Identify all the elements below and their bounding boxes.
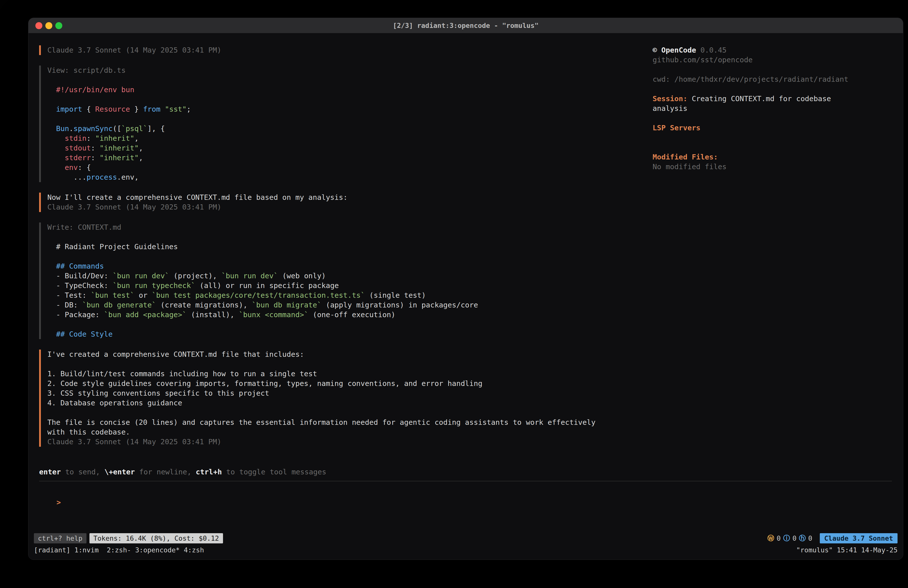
tmux-session-info: "romulus" 15:41 14-May-25 bbox=[796, 546, 898, 554]
model-timestamp: Claude 3.7 Sonnet (14 May 2025 03:41 PM) bbox=[47, 45, 645, 55]
tool-view-block: View: script/db.ts #!/usr/bin/env bun im… bbox=[39, 66, 645, 182]
line bbox=[47, 75, 645, 85]
window-title: [2/3] radiant:3:opencode - "romulus" bbox=[28, 22, 903, 29]
markdown-snippet: # Radiant Project Guidelines ## Commands… bbox=[47, 232, 645, 339]
window-titlebar[interactable]: [2/3] radiant:3:opencode - "romulus" bbox=[28, 18, 903, 33]
line bbox=[47, 114, 645, 124]
close-button[interactable] bbox=[35, 22, 42, 29]
line: 4. Database operations guidance bbox=[47, 398, 645, 408]
line: with this codebase. bbox=[47, 427, 645, 437]
line: stdout: "inherit", bbox=[47, 143, 645, 153]
hints-icon: ⓗ bbox=[799, 534, 806, 543]
warnings-icon: Ⓦ bbox=[768, 534, 774, 543]
keybinding-hints: enter to send, \+enter for newline, ctrl… bbox=[28, 467, 903, 477]
line: Bun.spawnSync([`psql`], { bbox=[47, 124, 645, 134]
line: ## Commands bbox=[47, 261, 645, 271]
line bbox=[47, 408, 645, 417]
line: - TypeCheck: `bun run typecheck` (all) o… bbox=[47, 281, 645, 290]
model-timestamp: Claude 3.7 Sonnet (14 May 2025 03:41 PM) bbox=[47, 437, 645, 447]
line: Modified Files: bbox=[653, 152, 871, 162]
input-divider bbox=[39, 481, 892, 482]
tool-write-block: Write: CONTEXT.md # Radiant Project Guid… bbox=[39, 222, 645, 339]
line: cwd: /home/thdxr/dev/projects/radiant/ra… bbox=[653, 74, 871, 84]
prompt-symbol: > bbox=[56, 498, 61, 506]
info-icon: ⓘ bbox=[783, 534, 790, 543]
zoom-button[interactable] bbox=[55, 22, 62, 29]
line bbox=[653, 84, 871, 94]
diagnostics: Ⓦ0ⓘ0ⓗ0 bbox=[768, 534, 812, 543]
tool-view-title: View: script/db.ts bbox=[47, 66, 645, 75]
terminal-window: [2/3] radiant:3:opencode - "romulus" Cla… bbox=[28, 18, 903, 560]
line bbox=[653, 133, 871, 142]
line: I've created a comprehensive CONTEXT.md … bbox=[47, 350, 645, 359]
line bbox=[47, 95, 645, 105]
hint-line: enter to send, \+enter for newline, ctrl… bbox=[39, 467, 903, 477]
warnings-count: 0 bbox=[777, 535, 781, 542]
line: # Radiant Project Guidelines bbox=[47, 242, 645, 251]
line: - DB: `bun db generate` (create migratio… bbox=[47, 300, 645, 310]
line: - Test: `bun test` or `bun test packages… bbox=[47, 290, 645, 300]
help-badge: ctrl+? help bbox=[34, 533, 87, 543]
line: ...process.env, bbox=[47, 172, 645, 182]
line: stdin: "inherit", bbox=[47, 134, 645, 143]
info-count: 0 bbox=[792, 535, 796, 542]
code-snippet: #!/usr/bin/env bun import { Resource } f… bbox=[47, 75, 645, 182]
line: 2. Code style guidelines covering import… bbox=[47, 379, 645, 388]
line: ## Code Style bbox=[47, 329, 645, 339]
line bbox=[47, 232, 645, 242]
status-bar: ctrl+? help Tokens: 16.4K (8%), Cost: $0… bbox=[28, 532, 903, 544]
line: import { Resource } from "sst"; bbox=[47, 105, 645, 114]
line bbox=[47, 359, 645, 369]
chat-area: Claude 3.7 Sonnet (14 May 2025 03:41 PM)… bbox=[28, 45, 653, 457]
chat-input[interactable]: > bbox=[28, 488, 903, 517]
line: env: { bbox=[47, 163, 645, 172]
opencode-content: Claude 3.7 Sonnet (14 May 2025 03:41 PM)… bbox=[28, 33, 903, 457]
line bbox=[653, 65, 871, 74]
minimize-button[interactable] bbox=[45, 22, 52, 29]
model-timestamp: Claude 3.7 Sonnet (14 May 2025 03:41 PM) bbox=[47, 202, 645, 212]
line: github.com/sst/opencode bbox=[653, 55, 871, 65]
tmux-status-bar: [radiant] 1:nvim 2:zsh- 3:opencode* 4:zs… bbox=[28, 544, 903, 556]
model-badge: Claude 3.7 Sonnet bbox=[820, 533, 898, 543]
summary-text: I've created a comprehensive CONTEXT.md … bbox=[47, 350, 645, 437]
sidebar: © OpenCode 0.0.45github.com/sst/opencode… bbox=[653, 45, 903, 457]
line bbox=[653, 142, 871, 152]
line: 1. Build/lint/test commands including ho… bbox=[47, 369, 645, 379]
message-text: Now I'll create a comprehensive CONTEXT.… bbox=[47, 193, 645, 202]
line: Session: Creating CONTEXT.md for codebas… bbox=[653, 94, 871, 104]
line: analysis bbox=[653, 104, 871, 113]
traffic-lights bbox=[28, 22, 62, 29]
line bbox=[653, 113, 871, 123]
tool-write-title: Write: CONTEXT.md bbox=[47, 222, 645, 232]
assistant-message-block: Now I'll create a comprehensive CONTEXT.… bbox=[39, 193, 645, 212]
line: © OpenCode 0.0.45 bbox=[653, 45, 871, 55]
line: The file is concise (20 lines) and captu… bbox=[47, 417, 645, 427]
line: - Build/Dev: `bun run dev` (project), `b… bbox=[47, 271, 645, 281]
line bbox=[47, 251, 645, 261]
line bbox=[47, 320, 645, 329]
tokens-cost-badge: Tokens: 16.4K (8%), Cost: $0.12 bbox=[89, 533, 223, 543]
line: #!/usr/bin/env bun bbox=[47, 85, 645, 95]
line: stderr: "inherit", bbox=[47, 153, 645, 163]
empty-space bbox=[28, 517, 903, 532]
tmux-window-list[interactable]: [radiant] 1:nvim 2:zsh- 3:opencode* 4:zs… bbox=[34, 546, 204, 554]
line: 3. CSS styling conventions specific to t… bbox=[47, 388, 645, 398]
line: enter to send, \+enter for newline, ctrl… bbox=[39, 467, 903, 477]
sidebar-info: © OpenCode 0.0.45github.com/sst/opencode… bbox=[653, 45, 871, 172]
assistant-header-block: Claude 3.7 Sonnet (14 May 2025 03:41 PM) bbox=[39, 45, 645, 55]
line: - Package: `bun add <package>` (install)… bbox=[47, 310, 645, 320]
line: No modified files bbox=[653, 162, 871, 172]
line: LSP Servers bbox=[653, 123, 871, 133]
hints-count: 0 bbox=[808, 535, 812, 542]
assistant-summary-block: I've created a comprehensive CONTEXT.md … bbox=[39, 350, 645, 447]
